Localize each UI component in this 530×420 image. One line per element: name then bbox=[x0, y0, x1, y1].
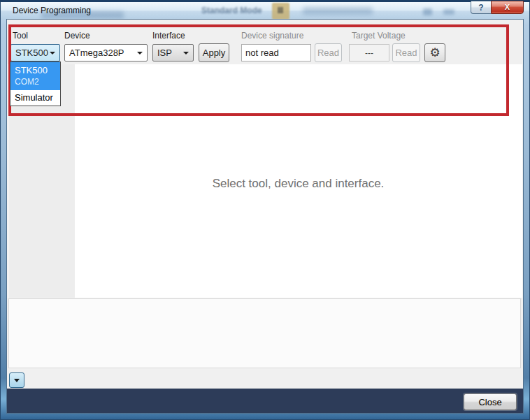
device-programming-dialog: Standard Mode Device Programming ? X Too… bbox=[0, 0, 530, 420]
tool-option-stk500[interactable]: STK500 COM2 bbox=[10, 62, 60, 90]
gear-icon: ⚙ bbox=[429, 45, 440, 60]
target-voltage-label: Target Voltage bbox=[352, 31, 406, 41]
close-button[interactable]: Close bbox=[464, 393, 517, 410]
device-signature-label: Device signature bbox=[241, 31, 303, 41]
device-signature-field[interactable] bbox=[241, 44, 311, 61]
device-select-value: ATmega328P bbox=[69, 48, 124, 58]
device-select[interactable]: ATmega328P bbox=[64, 44, 148, 61]
status-panel bbox=[8, 298, 521, 368]
chevron-down-icon bbox=[183, 52, 189, 55]
interface-select-value: ISP bbox=[157, 48, 172, 58]
ghost-background-text bbox=[303, 7, 373, 15]
tool-label: Tool bbox=[13, 31, 28, 41]
tool-option-name: STK500 bbox=[15, 64, 56, 76]
apply-button[interactable]: Apply bbox=[199, 43, 229, 62]
device-label: Device bbox=[64, 31, 90, 41]
chevron-down-icon bbox=[50, 52, 55, 55]
interface-label: Interface bbox=[152, 31, 185, 41]
selection-hint-text: Select tool, device and interface. bbox=[75, 177, 522, 191]
read-signature-button[interactable]: Read bbox=[315, 43, 342, 62]
ghost-background-icon bbox=[272, 3, 289, 20]
help-button[interactable]: ? bbox=[471, 1, 491, 14]
window-close-button[interactable]: X bbox=[491, 1, 524, 14]
interface-select[interactable]: ISP bbox=[152, 44, 194, 61]
title-bar: Standard Mode Device Programming bbox=[1, 2, 529, 20]
ghost-background-icon bbox=[423, 8, 432, 15]
target-voltage-field: --- bbox=[349, 44, 389, 61]
ghost-background-tab-label: Standard Mode bbox=[201, 6, 262, 15]
tool-select-value: STK500 bbox=[15, 48, 48, 58]
settings-button[interactable]: ⚙ bbox=[424, 43, 445, 62]
ghost-background-icon bbox=[443, 9, 454, 15]
read-voltage-button[interactable]: Read bbox=[392, 43, 420, 62]
tool-option-port: COM2 bbox=[15, 76, 56, 87]
tool-select[interactable]: STK500 bbox=[10, 44, 60, 61]
window-title: Device Programming bbox=[13, 6, 91, 15]
caption-buttons: ? X bbox=[471, 1, 524, 14]
dialog-body: Tool Device Interface Device signature T… bbox=[7, 20, 523, 413]
tool-dropdown-list: STK500 COM2 Simulator bbox=[10, 61, 61, 106]
expand-messages-button[interactable] bbox=[9, 372, 24, 388]
tool-option-simulator[interactable]: Simulator bbox=[10, 90, 60, 106]
footer-bar: Close bbox=[7, 389, 523, 413]
chevron-down-icon bbox=[14, 379, 20, 382]
chevron-down-icon bbox=[137, 52, 143, 55]
